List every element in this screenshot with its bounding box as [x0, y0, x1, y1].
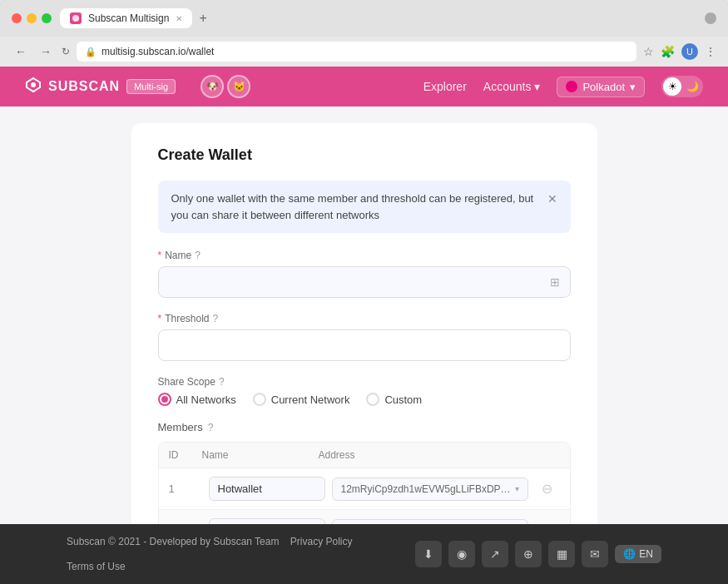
- threshold-help-icon[interactable]: ?: [213, 313, 219, 324]
- light-theme-button[interactable]: ☀: [663, 77, 681, 96]
- members-table: ID Name Address 1 12mRyiCp9zdh1wEVW5gLLi…: [158, 442, 571, 524]
- footer-language-selector[interactable]: 🌐 EN: [615, 545, 661, 563]
- url-bar[interactable]: 🔒 multisig.subscan.io/wallet: [77, 42, 636, 62]
- radio-custom-label: Custom: [384, 393, 422, 406]
- member-address-text-1: 12mRyiCp9zdh1wEVW5gLLiFBxDPKks72rRXmS: [341, 483, 515, 495]
- accounts-nav-link[interactable]: Accounts ▾: [483, 80, 541, 93]
- name-field: * Name ? Partner ⊞: [158, 250, 571, 298]
- polkadot-characters: 🐶 🐱: [201, 75, 250, 98]
- member-address-dropdown-1[interactable]: ▾: [515, 484, 519, 493]
- lang-label: EN: [639, 548, 653, 560]
- member-remove-button-1[interactable]: ⊖: [535, 481, 560, 497]
- name-label: Name: [165, 250, 191, 261]
- members-table-header: ID Name Address: [159, 443, 570, 468]
- radio-current-network[interactable]: Current Network: [253, 393, 350, 406]
- new-tab-button[interactable]: +: [199, 11, 206, 26]
- footer-arrow-icon[interactable]: ↗: [482, 541, 508, 567]
- minimize-window-button[interactable]: [27, 13, 37, 23]
- window-menu-icon: [705, 12, 716, 24]
- footer-mail-icon[interactable]: ✉: [582, 541, 608, 567]
- threshold-required-marker: *: [158, 313, 162, 324]
- radio-all-networks-label: All Networks: [176, 393, 236, 406]
- name-input[interactable]: Partner: [159, 267, 550, 297]
- user-avatar-icon[interactable]: U: [681, 43, 698, 60]
- footer-grid-icon[interactable]: ▦: [548, 541, 575, 567]
- network-label: Polkadot: [582, 81, 625, 93]
- logo-text: SUBSCAN: [48, 79, 120, 94]
- member-name-input-2[interactable]: [209, 518, 325, 524]
- browser-tab[interactable]: Subscan Multisign ✕: [60, 8, 192, 28]
- network-chevron-icon: ▾: [630, 81, 636, 93]
- network-dot-icon: [566, 81, 577, 92]
- radio-all-networks-dot: [158, 393, 171, 406]
- page-title: Create Wallet: [158, 146, 571, 164]
- members-help-icon[interactable]: ?: [208, 422, 214, 433]
- footer-social-icons: ⬇ ◉ ↗ ⊕ ▦ ✉ 🌐 EN: [415, 541, 661, 567]
- name-input-icon: ⊞: [550, 275, 570, 289]
- page-footer: Subscan © 2021 - Developed by Subscan Te…: [0, 524, 728, 584]
- alert-text: Only one wallet with the same member and…: [171, 191, 537, 223]
- threshold-label: Threshold: [165, 313, 209, 324]
- footer-terms-link[interactable]: Terms of Use: [67, 561, 352, 572]
- extensions-icon[interactable]: 🧩: [661, 45, 675, 58]
- alert-close-button[interactable]: ✕: [547, 191, 557, 208]
- svg-point-0: [72, 15, 79, 22]
- share-scope-label: Share Scope: [158, 376, 215, 388]
- col-header-id: ID: [169, 449, 202, 461]
- threshold-field: * Threshold ? 2: [158, 313, 571, 361]
- back-button[interactable]: ←: [12, 43, 30, 60]
- col-header-address: Address: [319, 449, 535, 461]
- name-help-icon[interactable]: ?: [195, 250, 201, 261]
- footer-circle-icon[interactable]: ◉: [448, 541, 475, 567]
- info-alert: Only one wallet with the same member and…: [158, 181, 571, 233]
- member-address-field-1: 12mRyiCp9zdh1wEVW5gLLiFBxDPKks72rRXmS ▾: [332, 478, 528, 501]
- network-selector[interactable]: Polkadot ▾: [557, 77, 645, 97]
- maximize-window-button[interactable]: [42, 13, 52, 23]
- col-header-name: Name: [202, 449, 319, 461]
- svg-point-2: [31, 82, 36, 87]
- multisig-badge: Multi-sig: [126, 79, 176, 94]
- forward-button[interactable]: →: [37, 43, 55, 60]
- name-input-wrapper: Partner ⊞: [158, 266, 571, 298]
- dark-theme-button[interactable]: 🌙: [683, 77, 701, 96]
- member-row: 2 7EzVVq3dvpv4PWHiikydyM17mmNfXvfucnB.If…: [159, 510, 570, 524]
- members-field: Members ? ID Name Address 1: [158, 421, 571, 524]
- members-label: Members: [158, 421, 203, 433]
- member-name-input-1[interactable]: [209, 477, 325, 501]
- footer-download-icon[interactable]: ⬇: [415, 541, 442, 567]
- subscan-logo-icon: [25, 77, 42, 97]
- member-id-1: 1: [169, 483, 202, 495]
- threshold-input[interactable]: 2: [158, 329, 571, 361]
- explorer-nav-link[interactable]: Explorer: [423, 80, 467, 93]
- radio-current-network-dot: [253, 393, 266, 406]
- lock-icon: 🔒: [85, 47, 97, 57]
- radio-custom[interactable]: Custom: [366, 393, 422, 406]
- member-row: 1 12mRyiCp9zdh1wEVW5gLLiFBxDPKks72rRXmS …: [159, 468, 570, 510]
- globe-icon: 🌐: [623, 548, 636, 560]
- name-required-marker: *: [158, 250, 162, 261]
- bookmark-icon[interactable]: ☆: [643, 45, 654, 58]
- url-text: multisig.subscan.io/wallet: [102, 46, 214, 57]
- footer-github-icon[interactable]: ⊕: [515, 541, 542, 567]
- radio-group: All Networks Current Network Custom: [158, 393, 571, 406]
- radio-current-network-label: Current Network: [271, 393, 350, 406]
- share-scope-field: Share Scope ? All Networks Current Netwo…: [158, 376, 571, 406]
- share-scope-help-icon[interactable]: ?: [219, 376, 225, 388]
- tab-close-button[interactable]: ✕: [176, 14, 182, 23]
- radio-custom-dot: [366, 393, 379, 406]
- accounts-chevron-icon: ▾: [534, 80, 540, 93]
- close-window-button[interactable]: [12, 13, 22, 23]
- menu-icon[interactable]: ⋮: [705, 45, 716, 58]
- reload-button[interactable]: ↻: [62, 46, 70, 57]
- footer-privacy-link[interactable]: Privacy Policy: [290, 536, 353, 547]
- footer-copyright: Subscan © 2021 - Developed by Subscan Te…: [67, 536, 352, 547]
- top-navigation: SUBSCAN Multi-sig 🐶 🐱 Explorer Accounts …: [0, 67, 728, 106]
- theme-toggle: ☀ 🌙: [661, 76, 703, 97]
- radio-all-networks[interactable]: All Networks: [158, 393, 236, 406]
- main-content: Create Wallet Only one wallet with the s…: [0, 106, 728, 524]
- tab-favicon: [70, 12, 82, 24]
- create-wallet-card: Create Wallet Only one wallet with the s…: [131, 123, 597, 524]
- tab-title: Subscan Multisign: [88, 12, 169, 24]
